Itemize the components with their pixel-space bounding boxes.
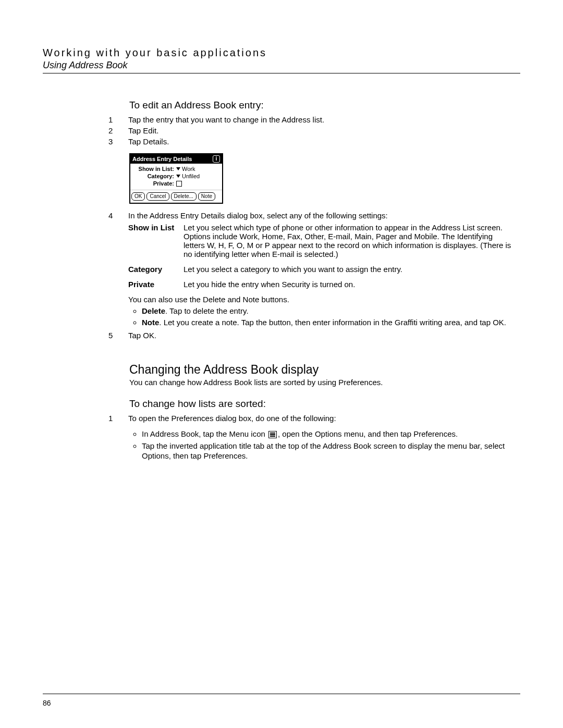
field-value: Work: [182, 166, 195, 172]
list-item: Note. Let you create a note. Tap the but…: [142, 317, 515, 327]
def-desc: Let you select which type of phone or ot…: [183, 223, 515, 258]
paragraph: You can also use the Delete and Note but…: [128, 295, 515, 304]
def-term: Private: [128, 280, 183, 289]
step-text: Tap Edit.: [128, 126, 515, 135]
subheading-edit-entry: To edit an Address Book entry:: [129, 100, 515, 111]
def-term: Category: [128, 265, 183, 274]
info-icon: i: [213, 155, 220, 163]
change-sort-steps: To open the Preferences dialog box, do o…: [108, 414, 515, 462]
step-text: In the Address Entry Details dialog box,…: [128, 211, 388, 220]
dialog-title-bar: Address Entry Details i: [130, 154, 222, 164]
paragraph: You can change how Address Book lists ar…: [129, 378, 515, 387]
section-heading: Changing the Address Book display: [129, 363, 515, 377]
delete-button[interactable]: Delete...: [171, 192, 197, 201]
field-label: Private:: [133, 180, 174, 187]
list-item: In Address Book, tap the Menu icon , ope…: [142, 429, 515, 439]
page: Working with your basic applications Usi…: [0, 0, 563, 728]
section-title: Using Address Book: [43, 60, 520, 71]
step-text: Tap OK.: [128, 331, 515, 340]
delete-note-bullets: Delete. Tap to delete the entry. Note. L…: [128, 306, 515, 327]
cancel-button[interactable]: Cancel: [146, 192, 169, 201]
list-item: Tap the inverted application title tab a…: [142, 441, 515, 461]
field-value: Unfiled: [182, 173, 200, 179]
ok-button[interactable]: OK: [131, 192, 145, 201]
step-text: Tap Details.: [128, 137, 515, 146]
dropdown-arrow-icon[interactable]: [176, 167, 180, 170]
preferences-bullets: In Address Book, tap the Menu icon , ope…: [128, 429, 515, 461]
note-button[interactable]: Note: [198, 192, 215, 201]
def-desc: Let you select a category to which you w…: [183, 265, 515, 274]
dropdown-arrow-icon[interactable]: [176, 175, 180, 178]
content-column: To edit an Address Book entry: Tap the e…: [129, 100, 515, 462]
settings-definitions: Show in List Let you select which type o…: [128, 223, 515, 289]
menu-icon: [268, 431, 277, 438]
subheading-change-sort: To change how lists are sorted:: [129, 398, 515, 410]
field-label: Show in List:: [133, 166, 174, 172]
field-label: Category:: [133, 173, 174, 179]
step-text: To open the Preferences dialog box, do o…: [128, 414, 336, 423]
chapter-title: Working with your basic applications: [43, 47, 520, 59]
footer-rule: [43, 694, 520, 694]
def-desc: Let you hide the entry when Security is …: [183, 280, 515, 289]
page-number: 86: [43, 699, 51, 707]
page-header: Working with your basic applications Usi…: [43, 47, 520, 73]
edit-entry-steps: Tap the entry that you want to change in…: [108, 115, 515, 146]
def-term: Show in List: [128, 223, 183, 258]
edit-entry-steps-cont: In the Address Entry Details dialog box,…: [108, 211, 515, 340]
dialog-title: Address Entry Details: [132, 156, 192, 162]
private-checkbox[interactable]: [176, 181, 182, 187]
figure-address-entry-details: Address Entry Details i Show in List: Wo…: [129, 153, 515, 204]
step-text: Tap the entry that you want to change in…: [128, 115, 515, 124]
list-item: Delete. Tap to delete the entry.: [142, 306, 515, 316]
